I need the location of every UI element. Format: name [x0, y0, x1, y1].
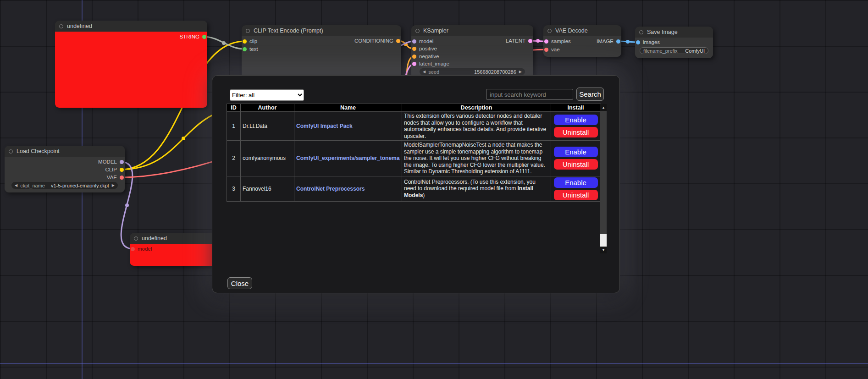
- wire-model-midpoint-dot: [125, 203, 129, 207]
- slot-dot-samples-icon[interactable]: [544, 39, 548, 44]
- header-id: ID: [227, 104, 241, 112]
- extension-link[interactable]: ComfyUI_experiments/sampler_tonemap: [296, 155, 400, 161]
- slot-dot-image-icon[interactable]: [616, 39, 620, 44]
- output-slot-string[interactable]: STRING: [180, 33, 206, 40]
- scrollbar-thumb[interactable]: [600, 111, 607, 234]
- input-slot-model[interactable]: model: [131, 245, 152, 253]
- row-author: Fannovel16: [241, 176, 294, 201]
- slot-dot-vae-icon[interactable]: [120, 176, 124, 180]
- filename-prefix-widget[interactable]: filename_prefix ComfyUI: [640, 47, 708, 54]
- slot-dot-string-icon[interactable]: [202, 35, 206, 39]
- row-description: This extension offers various detector n…: [402, 112, 551, 141]
- node-ksampler[interactable]: KSampler model positive negative latent_…: [411, 25, 533, 78]
- search-input[interactable]: [486, 89, 573, 100]
- filter-select[interactable]: Filter: all: [230, 89, 304, 101]
- input-slot-model[interactable]: model: [412, 38, 433, 45]
- output-slot-clip[interactable]: CLIP: [105, 166, 124, 173]
- extension-link[interactable]: ControlNet Preprocessors: [296, 186, 400, 192]
- collapse-dot-icon[interactable]: [134, 236, 138, 241]
- enable-button[interactable]: Enable: [554, 147, 598, 157]
- input-slot-vae[interactable]: vae: [544, 46, 560, 53]
- scroll-up-icon[interactable]: [600, 104, 607, 111]
- uninstall-button[interactable]: Uninstall: [554, 159, 598, 170]
- node-title: KSampler: [423, 27, 448, 34]
- table-scrollbar[interactable]: [600, 104, 607, 253]
- enable-button[interactable]: Enable: [554, 115, 598, 125]
- node-title: VAE Decode: [555, 27, 588, 34]
- slot-dot-latent-icon[interactable]: [528, 39, 532, 43]
- header-install: Install: [551, 104, 601, 112]
- uninstall-button[interactable]: Uninstall: [554, 190, 598, 200]
- input-slot-images[interactable]: images: [636, 38, 660, 46]
- collapse-dot-icon[interactable]: [415, 29, 420, 33]
- output-slot-model[interactable]: MODEL: [98, 158, 124, 165]
- wire-latent-midpoint-dot: [536, 39, 540, 43]
- slot-dot-negative-icon[interactable]: [412, 55, 416, 59]
- wire-string-midpoint-dot: [222, 41, 226, 45]
- row-description: ModelSamplerTonemapNoiseTest a node that…: [402, 141, 551, 176]
- table-row: 3 Fannovel16 ControlNet Preprocessors Co…: [227, 176, 601, 201]
- slot-dot-clip-icon[interactable]: [120, 168, 124, 172]
- row-id: 1: [227, 112, 241, 141]
- slot-dot-positive-icon[interactable]: [412, 47, 416, 51]
- table-row: 1 Dr.Lt.Data ComfyUI Impact Pack This ex…: [227, 112, 601, 141]
- row-author: comfyanonymous: [241, 141, 294, 176]
- slot-dot-model-icon[interactable]: [120, 160, 124, 164]
- slot-dot-vae-icon[interactable]: [544, 48, 548, 52]
- row-author: Dr.Lt.Data: [241, 112, 294, 141]
- input-slot-clip[interactable]: clip: [243, 38, 257, 45]
- close-button[interactable]: Close: [227, 277, 252, 289]
- search-button[interactable]: Search: [576, 88, 604, 101]
- table-header-row: ID Author Name Description Install: [227, 104, 601, 112]
- row-id: 3: [227, 176, 241, 201]
- collapse-dot-icon[interactable]: [639, 30, 643, 34]
- input-slot-positive[interactable]: positive: [412, 45, 437, 52]
- header-author: Author: [241, 104, 294, 112]
- next-arrow-icon[interactable]: [112, 184, 115, 187]
- node-vae-decode[interactable]: VAE Decode samples vae IMAGE: [543, 25, 621, 57]
- node-title: Load Checkpoint: [17, 148, 60, 154]
- custom-nodes-manager-dialog: Filter: all Search ID Author Name Descri…: [212, 75, 620, 293]
- slot-dot-latent-image-icon[interactable]: [412, 62, 416, 66]
- increment-arrow-icon[interactable]: [519, 70, 522, 74]
- enable-button[interactable]: Enable: [554, 177, 598, 188]
- node-save-image[interactable]: Save Image images filename_prefix ComfyU…: [635, 27, 713, 58]
- row-id: 2: [227, 141, 241, 176]
- collapse-dot-icon[interactable]: [547, 29, 552, 33]
- slot-dot-images-icon[interactable]: [636, 40, 640, 44]
- ckpt-name-widget[interactable]: ckpt_name v1-5-pruned-emaonly.ckpt: [11, 182, 118, 189]
- output-slot-vae[interactable]: VAE: [107, 174, 124, 181]
- output-slot-latent[interactable]: LATENT: [506, 37, 532, 44]
- extensions-table: ID Author Name Description Install 1 Dr.…: [227, 104, 601, 202]
- table-row: 2 comfyanonymous ComfyUI_experiments/sam…: [227, 141, 601, 176]
- scroll-down-icon[interactable]: [600, 247, 607, 253]
- input-slot-samples[interactable]: samples: [544, 38, 571, 45]
- decrement-arrow-icon[interactable]: [423, 70, 426, 74]
- slot-dot-conditioning-icon[interactable]: [396, 39, 400, 43]
- input-slot-negative[interactable]: negative: [412, 53, 439, 60]
- wire-clip-2-midpoint-dot: [182, 137, 185, 140]
- input-slot-text[interactable]: text: [243, 45, 258, 53]
- node-load-checkpoint[interactable]: Load Checkpoint MODEL CLIP VAE ckpt_name…: [5, 146, 125, 192]
- node-title: CLIP Text Encode (Prompt): [254, 27, 323, 34]
- collapse-dot-icon[interactable]: [59, 24, 63, 28]
- seed-widget[interactable]: seed 156680208700286: [420, 68, 525, 75]
- slot-dot-model-icon[interactable]: [131, 247, 135, 251]
- slot-dot-model-icon[interactable]: [412, 39, 416, 44]
- output-slot-conditioning[interactable]: CONDITIONING: [354, 37, 400, 44]
- collapse-dot-icon[interactable]: [9, 149, 13, 154]
- node-undefined-top[interactable]: undefined STRING: [55, 21, 207, 108]
- output-slot-image[interactable]: IMAGE: [597, 38, 620, 45]
- header-name: Name: [294, 104, 402, 112]
- uninstall-button[interactable]: Uninstall: [554, 127, 598, 137]
- node-title: undefined: [142, 235, 167, 242]
- extension-link[interactable]: ComfyUI Impact Pack: [296, 123, 400, 129]
- slot-dot-text-icon[interactable]: [243, 47, 247, 51]
- input-slot-latent-image[interactable]: latent_image: [412, 60, 449, 67]
- node-title: Save Image: [647, 29, 678, 35]
- collapse-dot-icon[interactable]: [246, 29, 250, 33]
- slot-dot-clip-icon[interactable]: [243, 39, 247, 44]
- header-description: Description: [402, 104, 551, 112]
- node-title: undefined: [67, 23, 92, 29]
- prev-arrow-icon[interactable]: [15, 184, 17, 187]
